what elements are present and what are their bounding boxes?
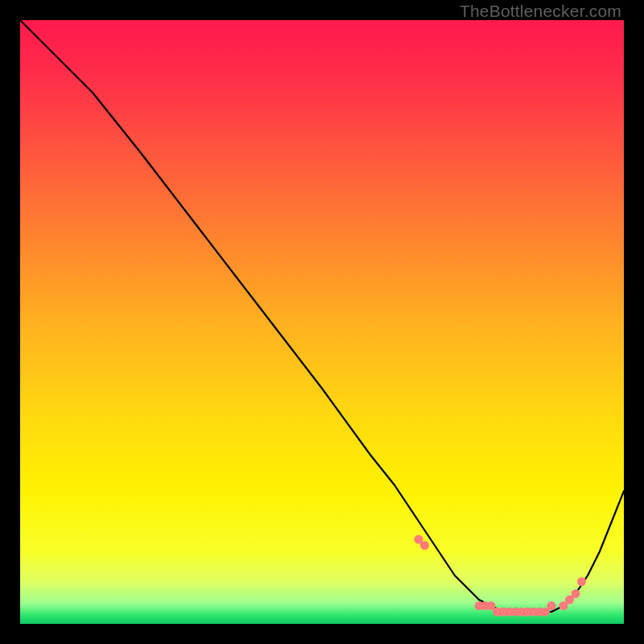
marker-dot xyxy=(577,577,586,586)
marker-dot xyxy=(547,601,556,610)
watermark-text: TheBottleneсker.com xyxy=(460,2,621,21)
marker-dot xyxy=(572,589,580,598)
bottleneck-chart xyxy=(20,20,624,624)
marker-dot xyxy=(420,541,429,550)
gradient-background xyxy=(20,20,624,624)
chart-frame xyxy=(20,20,624,624)
